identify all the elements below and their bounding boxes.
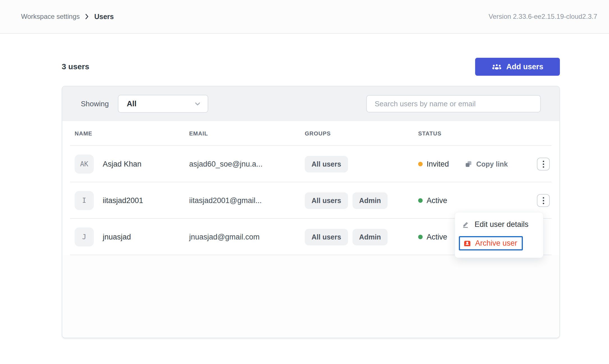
avatar: I [75, 191, 94, 210]
user-email: asjad60_soe@jnu.a... [189, 160, 305, 169]
filter-bar: Showing All [62, 86, 559, 121]
top-bar: Workspace settings Users Version 2.33.6-… [0, 0, 609, 34]
user-email: jnuasjad@gmail.com [189, 233, 305, 241]
menu-item-archive-user[interactable]: Archive user [459, 236, 523, 250]
menu-item-label: Archive user [475, 239, 517, 248]
users-count-heading: 3 users [62, 62, 89, 71]
copy-icon [465, 160, 472, 168]
menu-item-edit-user-details[interactable]: Edit user details [455, 216, 543, 233]
showing-filter-select[interactable]: All [118, 95, 208, 113]
avatar: AK [75, 155, 94, 174]
table-row: AK Asjad Khan asjad60_soe@jnu.a... All u… [62, 146, 559, 182]
status-dot-active [418, 198, 423, 203]
group-chip: All users [305, 156, 348, 172]
column-header-name: NAME [75, 130, 189, 137]
search-box [366, 95, 541, 112]
breadcrumb: Workspace settings Users [21, 13, 114, 21]
pencil-icon [462, 221, 470, 228]
status-text: Invited [427, 160, 449, 169]
chevron-down-icon [194, 100, 202, 108]
table-header-row: NAME EMAIL GROUPS STATUS [62, 121, 559, 146]
menu-item-label: Edit user details [475, 220, 528, 229]
user-name: jnuasjad [103, 233, 131, 241]
row-menu-button[interactable] [537, 194, 550, 207]
archive-user-icon [463, 239, 471, 247]
group-chip: All users [305, 192, 348, 209]
group-chip: Admin [352, 229, 388, 245]
user-name: iitasjad2001 [103, 196, 143, 205]
add-users-button-label: Add users [506, 63, 543, 71]
add-users-button[interactable]: Add users [475, 58, 560, 76]
chevron-right-icon [84, 13, 90, 20]
status-dot-invited [418, 162, 423, 166]
group-chip: Admin [352, 192, 388, 209]
user-name: Asjad Khan [103, 160, 141, 169]
row-context-menu: Edit user details Archive user [455, 212, 543, 258]
status-dot-active [418, 235, 423, 239]
copy-link-label: Copy link [476, 160, 508, 168]
search-input[interactable] [367, 100, 540, 108]
row-menu-button[interactable] [537, 158, 550, 171]
copy-link-button[interactable]: Copy link [465, 160, 537, 168]
group-chip: All users [305, 229, 348, 245]
user-email: iitasjad2001@gmail... [189, 196, 305, 205]
status-text: Active [427, 233, 447, 241]
main-content: 3 users Add users Showing All [0, 58, 609, 338]
breadcrumb-workspace-settings[interactable]: Workspace settings [21, 13, 80, 20]
table-empty-area [62, 255, 559, 338]
breadcrumb-users: Users [94, 13, 114, 21]
users-group-icon [492, 63, 502, 71]
status-text: Active [427, 196, 447, 205]
showing-filter-value: All [127, 100, 137, 108]
column-header-email: EMAIL [189, 130, 305, 137]
version-label: Version 2.33.6-ee2.15.19-cloud2.3.7 [489, 13, 597, 20]
showing-label: Showing [81, 100, 109, 108]
column-header-groups: GROUPS [305, 130, 418, 137]
avatar: J [75, 227, 94, 246]
column-header-status: STATUS [418, 130, 465, 137]
